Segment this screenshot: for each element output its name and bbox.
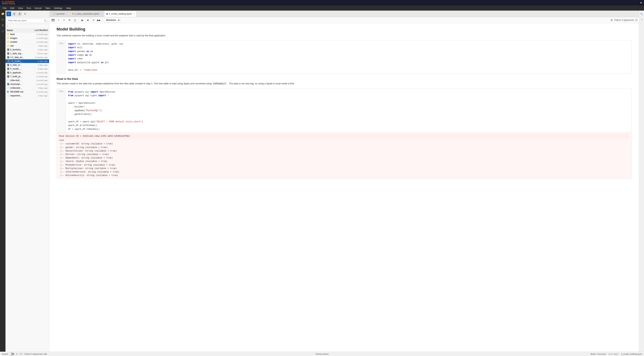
paste-button[interactable]: 📋 xyxy=(72,18,77,22)
file-row[interactable]: 📓4_train_m...3 days ago xyxy=(6,63,49,67)
sidebar-search: 🔍 xyxy=(6,17,49,24)
stop-button[interactable]: ■ xyxy=(86,18,90,22)
file-row[interactable]: 📁raw3 days ago xyxy=(6,44,49,48)
file-row[interactable]: 📓2_data_ex...9 minutes ago xyxy=(6,56,49,59)
status-right: Mode: Command Ln 1, Col 1 3_model_buildi… xyxy=(590,353,642,355)
file-name-label: 0_bootstra... xyxy=(10,48,31,51)
cell-content-1[interactable]: import os, datetime, subprocess, glob, s… xyxy=(66,41,632,73)
file-date-label: 2 days ago xyxy=(31,68,48,70)
file-row[interactable]: 📄requireme...3 days ago xyxy=(6,94,49,98)
tab-label: Launcher xyxy=(56,13,65,15)
menu-settings[interactable]: Settings xyxy=(52,6,64,11)
file-browser: / Name Last Modified 📁flaska month ago📁i… xyxy=(6,24,49,356)
tab-dot-orange xyxy=(72,13,74,15)
file-name-label: 7_build_pr... xyxy=(10,75,31,78)
menu-tabs[interactable]: Tabs xyxy=(44,6,52,11)
copy-button[interactable]: ⧉ xyxy=(67,18,72,22)
file-icon: 📓 xyxy=(7,64,10,66)
tab-close-button[interactable]: × xyxy=(66,13,67,15)
file-list: 📁flaska month ago📁imagesa month ago📁mode… xyxy=(6,33,49,98)
file-table-header: Name Last Modified xyxy=(6,28,49,33)
status-center: Saving started xyxy=(316,353,328,355)
cell-type-select[interactable]: Markdown Code Raw xyxy=(104,18,120,22)
run-button[interactable]: ▶ xyxy=(80,18,85,22)
simple-toggle[interactable]: Simple xyxy=(2,353,14,355)
menu-kernel[interactable]: Kernel xyxy=(33,6,44,11)
file-row[interactable]: 📓5_model_...2 days ago xyxy=(6,67,49,71)
code-block-1: import os, datetime, subprocess, glob, s… xyxy=(68,42,629,72)
cell-content-2[interactable]: from pyspark.sql import SparkSession fro… xyxy=(66,89,632,133)
refresh-button[interactable]: ↻ xyxy=(23,12,28,16)
new-file-button[interactable]: + xyxy=(6,12,11,16)
upload-button[interactable]: ⬆ xyxy=(12,12,16,16)
code-cell-2: [16]: from pyspark.sql import SparkSessi… xyxy=(56,89,632,179)
notebook-content: Model Building This notebook explores th… xyxy=(49,23,639,356)
tab-data_exploration[interactable]: 2_data_exploration.ipynb× xyxy=(70,11,104,17)
notebook-intro: This notebook explores the building a ch… xyxy=(56,34,632,38)
download-button[interactable]: ⬇ xyxy=(17,12,22,16)
add-cell-button[interactable]: + xyxy=(56,18,61,22)
tab-close-button[interactable]: × xyxy=(100,13,102,15)
settings-icon[interactable]: ⚙ xyxy=(610,19,613,22)
cursor-position: Ln 1, Col 1 xyxy=(608,353,618,355)
file-icon: 📁 xyxy=(7,37,10,40)
file-row[interactable]: 📓3_model_...3 days ago xyxy=(6,59,49,63)
toggle-thumb xyxy=(9,353,11,355)
file-date-label: a month ago xyxy=(31,91,48,93)
file-row[interactable]: 📓0_bootstra...3 days ago xyxy=(6,48,49,52)
file-row[interactable]: 📁flaska month ago xyxy=(6,33,49,36)
notebook-toolbar: 💾 + ✂ ⧉ 📋 ▶ ■ ↺ ▶▶ Markdown Code Raw ⚙ P… xyxy=(49,17,639,23)
tab-dot-blue xyxy=(106,13,108,15)
file-row[interactable]: 📓7_build_pr...a month ago xyxy=(6,75,49,79)
file-date-label: 3 days ago xyxy=(31,49,48,51)
file-row[interactable]: MREADME.mda month ago xyxy=(6,90,49,94)
file-row[interactable]: 📁imagesa month ago xyxy=(6,36,49,40)
topbar-chevron[interactable]: ▼ xyxy=(640,2,642,4)
brand-subtitle: Machine Learning xyxy=(2,3,15,5)
save-button[interactable]: 💾 xyxy=(51,18,56,22)
file-icon: 📓 xyxy=(7,68,10,70)
restart-run-button[interactable]: ▶▶ xyxy=(96,18,101,22)
status-dot xyxy=(10,61,12,62)
tab-launcher[interactable]: 📋Launcher× xyxy=(50,11,69,17)
code-cell-2-inner: [16]: from pyspark.sql import SparkSessi… xyxy=(57,89,632,133)
file-name-label: 6_applicati... xyxy=(10,71,31,74)
file-date-label: 3 days ago xyxy=(31,60,48,62)
status-bar: Simple 0 ☐ 2 Python 3 (ipykernel) | Idle… xyxy=(0,351,644,356)
file-row[interactable]: 📄cdsw-buil...a month ago xyxy=(6,79,49,82)
toggle-track[interactable] xyxy=(9,353,14,355)
cut-button[interactable]: ✂ xyxy=(62,18,66,22)
file-row[interactable]: 📁modelsa month ago xyxy=(6,40,49,44)
file-name-label: 4_train_m... xyxy=(10,64,31,66)
iconbar-list[interactable]: ☰ xyxy=(0,23,5,28)
file-row[interactable]: 📓1_data_ing...3 hours ago xyxy=(6,52,49,56)
menu-help[interactable]: Help xyxy=(64,6,73,11)
topbar: CLOUDERA Machine Learning ▼ xyxy=(0,0,644,6)
menu-edit[interactable]: Edit xyxy=(8,6,16,11)
file-date-label: 3 days ago xyxy=(31,64,48,66)
kernel-info: ⚙ Python 3 (ipykernel) xyxy=(610,19,638,22)
menu-view[interactable]: View xyxy=(16,6,25,11)
iconbar-circle[interactable]: ⊙ xyxy=(0,17,5,22)
right-icon-puzzle[interactable]: ⬡ xyxy=(640,18,644,22)
file-icon: M xyxy=(7,91,10,93)
file-row[interactable]: 📓6_applicati...a month ago xyxy=(6,71,49,75)
menu-file[interactable]: File xyxy=(1,6,8,11)
iconbar-folder[interactable]: 📁 xyxy=(0,12,5,16)
search-input[interactable] xyxy=(7,18,48,23)
file-row[interactable]: 📓churnexpl...a month ago xyxy=(6,82,49,86)
tab-model_building[interactable]: 3_model_building.ipynb× xyxy=(104,11,136,17)
file-row[interactable]: 📄cmlbootstr...4 days ago xyxy=(6,86,49,90)
restart-button[interactable]: ↺ xyxy=(91,18,96,22)
separator2 xyxy=(102,18,103,22)
right-icon-wrench[interactable]: 🔧 xyxy=(640,12,644,16)
tab-close-button[interactable]: × xyxy=(133,13,134,15)
file-icon: 📓 xyxy=(7,52,10,55)
right-icon-bar: 🔧 ⬡ xyxy=(639,11,644,356)
tab-label: 3_model_building.ipynb xyxy=(109,13,132,15)
file-date-label: a month ago xyxy=(31,72,48,74)
menu-run[interactable]: Run xyxy=(25,6,33,11)
file-name-label: cmlbootstr... xyxy=(10,87,31,89)
cell-count: 0 xyxy=(16,353,17,355)
iconbar-puzzle[interactable]: ⬡ xyxy=(0,29,5,34)
